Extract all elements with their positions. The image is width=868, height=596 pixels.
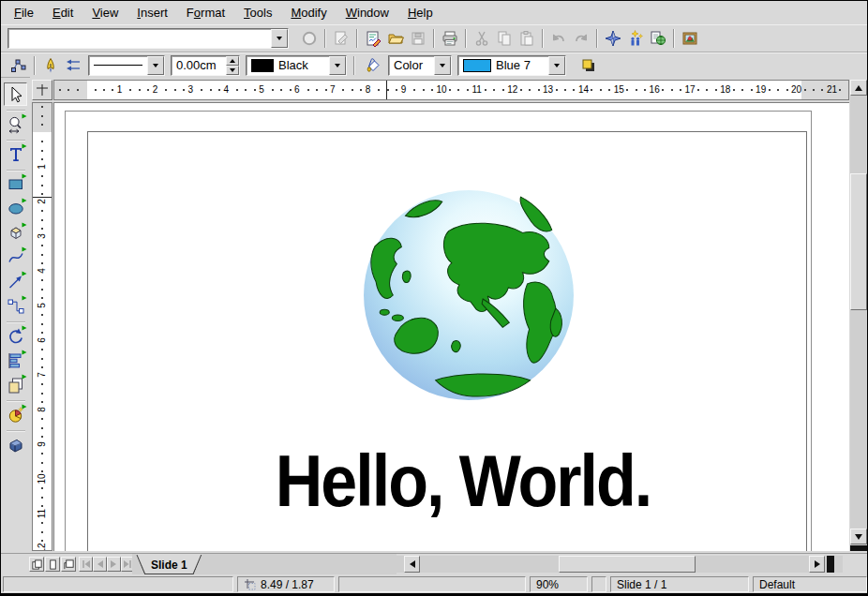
slide-title-text[interactable]: Hello, World. — [266, 440, 660, 524]
previous-slide-button — [93, 557, 107, 572]
menu-modify[interactable]: Modify — [281, 3, 336, 22]
curve-tool[interactable] — [4, 246, 27, 269]
url-value[interactable] — [8, 29, 271, 48]
line-style-button[interactable] — [39, 54, 62, 77]
insert-tool[interactable] — [4, 403, 27, 426]
line-style-preview — [89, 56, 147, 75]
fill-type-dropdown-button[interactable] — [434, 56, 451, 75]
cursor-position: 8.49 / 1.87 — [261, 578, 314, 591]
vertical-split-handle[interactable] — [850, 545, 867, 551]
fill-style-button[interactable] — [362, 54, 384, 77]
hruler-number: 5 — [259, 81, 264, 99]
separator — [465, 29, 467, 48]
connector-tool[interactable] — [4, 294, 27, 318]
chevron-down-icon — [153, 64, 158, 67]
vruler-number: 4 — [33, 261, 52, 280]
horizontal-ruler: 123456789101112131415161718192021 — [53, 80, 849, 100]
horizontal-scrollbar[interactable] — [397, 556, 843, 573]
autopilot-button[interactable] — [624, 27, 647, 50]
spin-down-button[interactable] — [226, 66, 239, 75]
gallery-button[interactable] — [679, 27, 701, 50]
line-width-field[interactable]: 0.00cm — [171, 55, 240, 76]
separator — [34, 56, 36, 75]
edit-file-icon — [333, 30, 350, 47]
next-slide-button — [107, 557, 121, 572]
text-tool[interactable] — [4, 142, 27, 166]
horizontal-split-handle[interactable] — [827, 556, 834, 573]
flyout-arrow-icon — [22, 271, 27, 276]
scroll-left-button[interactable] — [404, 556, 420, 573]
fill-color-select[interactable]: Blue 7 — [457, 55, 566, 76]
vertical-scrollbar[interactable] — [850, 80, 867, 551]
edit-points-button[interactable] — [7, 54, 30, 77]
line-style-dropdown-button[interactable] — [147, 56, 164, 75]
menu-insert[interactable]: Insert — [127, 3, 177, 22]
arrow-ends-icon — [65, 57, 82, 74]
hruler-number: 3 — [188, 81, 194, 99]
spin-up-button[interactable] — [226, 56, 239, 66]
last-icon — [124, 560, 132, 568]
arrange-tool[interactable] — [4, 373, 27, 396]
new-doc-button[interactable] — [362, 27, 384, 50]
scroll-right-button[interactable] — [809, 556, 825, 573]
status-position-field[interactable]: 8.49 / 1.87 — [237, 576, 335, 592]
line-color-select[interactable]: Black — [246, 55, 347, 76]
vertical-scroll-thumb[interactable] — [850, 173, 867, 310]
menu-tools[interactable]: Tools — [234, 3, 281, 22]
tab-bar: Slide 1 — [1, 553, 868, 575]
line-width-value[interactable]: 0.00cm — [172, 56, 226, 75]
url-dropdown-button[interactable] — [271, 29, 288, 48]
navigator-icon — [605, 30, 621, 47]
paste-icon — [518, 30, 535, 47]
fill-color-swatch — [463, 59, 491, 72]
scroll-up-button[interactable] — [850, 80, 867, 96]
tab-slide-1[interactable]: Slide 1 — [136, 554, 202, 574]
ruler-origin-button[interactable] — [32, 80, 52, 100]
solid-line-sample — [94, 65, 142, 66]
arrow-ends-button[interactable] — [62, 54, 84, 77]
status-slide-field[interactable]: Slide 1 / 1 — [610, 576, 749, 592]
select-tool[interactable] — [4, 82, 27, 106]
effects-3d-tool[interactable] — [4, 433, 27, 456]
menu-file[interactable]: File — [5, 3, 43, 22]
objects-3d-tool[interactable] — [4, 221, 27, 245]
ellipse-tool[interactable] — [4, 197, 27, 220]
globe-image[interactable] — [362, 187, 576, 401]
status-zoom-field[interactable]: 90% — [530, 576, 588, 592]
scroll-down-button[interactable] — [850, 529, 867, 544]
flyout-arrow-icon — [22, 143, 27, 149]
hruler-number: 18 — [720, 81, 730, 99]
alignment-tool[interactable] — [4, 349, 27, 372]
menu-window[interactable]: Window — [337, 3, 398, 22]
slide-view-button[interactable] — [29, 557, 44, 572]
fill-type-value[interactable]: Color — [389, 56, 434, 75]
status-style-field[interactable]: Default — [753, 576, 867, 592]
line-style-select[interactable] — [88, 55, 165, 76]
open-button[interactable] — [384, 27, 407, 50]
lines-arrows-tool[interactable] — [4, 270, 27, 293]
menu-help[interactable]: Help — [398, 3, 442, 22]
rectangle-tool[interactable] — [4, 172, 27, 196]
hyperlink-button[interactable] — [647, 27, 669, 50]
menu-view[interactable]: View — [82, 3, 127, 22]
line-width-spinner[interactable] — [226, 56, 239, 75]
line-color-dropdown-button[interactable] — [329, 56, 346, 75]
layer-view-button[interactable] — [61, 557, 76, 572]
print-button[interactable] — [439, 27, 461, 50]
open-icon — [387, 30, 404, 47]
menu-format[interactable]: Format — [177, 3, 234, 22]
shadow-button[interactable] — [577, 54, 600, 77]
workspace: 123456789101112131415161718192021 123456… — [1, 77, 868, 553]
fill-color-dropdown-button[interactable] — [548, 56, 565, 75]
rotate-tool[interactable] — [4, 324, 27, 348]
spin-down-icon — [230, 68, 235, 72]
horizontal-scroll-thumb[interactable] — [559, 556, 696, 573]
notes-view-button[interactable] — [45, 557, 60, 572]
zoom-tool[interactable] — [4, 112, 27, 136]
menu-edit[interactable]: Edit — [43, 3, 82, 22]
vruler-number: 3 — [33, 227, 52, 246]
navigator-button[interactable] — [602, 27, 624, 50]
url-combobox[interactable] — [7, 28, 289, 49]
fill-type-select[interactable]: Color — [388, 55, 452, 76]
drawing-canvas[interactable]: Hello, World. — [53, 102, 849, 551]
